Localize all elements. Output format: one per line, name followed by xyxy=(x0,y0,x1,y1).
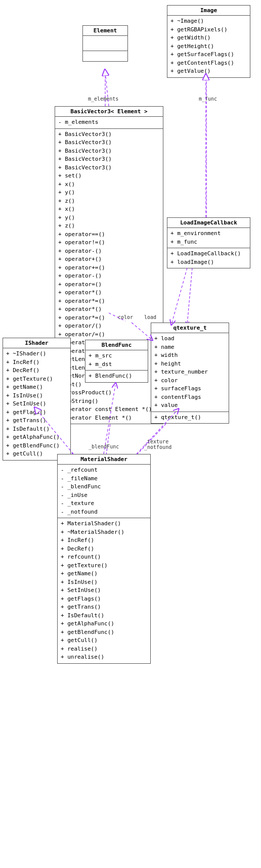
ishader-box: IShader + ~IShader() + IncRef() + DecRef… xyxy=(3,338,71,461)
blendfunc-methods: + BlendFunc() xyxy=(85,371,148,382)
loadimagecallback-box: LoadImageCallback + m_environment + m_fu… xyxy=(167,217,250,268)
blendfunc-box: BlendFunc + m_src + m_dst + BlendFunc() xyxy=(85,340,148,383)
label-m-elements: m_elements xyxy=(88,96,118,102)
svg-line-13 xyxy=(172,268,187,323)
svg-line-3 xyxy=(187,268,192,325)
blendfunc-title: BlendFunc xyxy=(85,340,148,350)
element-box: Element xyxy=(82,25,128,62)
qtexture-methods: + qtexture_t() xyxy=(151,412,229,424)
label-load: load xyxy=(144,314,156,320)
loadimagecallback-fields: + m_environment + m_func xyxy=(167,228,250,248)
basicvector3-title: BasicVector3< Element > xyxy=(55,107,163,117)
image-title: Image xyxy=(167,6,250,16)
label-m-func: m_func xyxy=(199,96,217,102)
materialshader-fields: - _refcount - _fileName - _blendFunc - _… xyxy=(58,465,150,518)
ishader-methods: + ~IShader() + IncRef() + DecRef() + get… xyxy=(3,348,70,460)
loadimagecallback-methods: + LoadImageCallback() + loadImage() xyxy=(167,248,250,268)
basicvector3-fields: - m_elements xyxy=(55,117,163,129)
label-color: color xyxy=(118,314,133,320)
materialshader-box: MaterialShader - _refcount - _fileName -… xyxy=(57,454,151,664)
image-box: Image + ~Image() + getRGBAPixels() + get… xyxy=(167,5,250,78)
loadimagecallback-title: LoadImageCallback xyxy=(167,218,250,228)
image-methods: + ~Image() + getRGBAPixels() + getWidth(… xyxy=(167,16,250,77)
blendfunc-fields: + m_src + m_dst xyxy=(85,350,148,371)
element-title: Element xyxy=(83,26,127,36)
qtexture-title: qtexture_t xyxy=(151,323,229,333)
qtexture-box: qtexture_t + load + name + width + heigh… xyxy=(151,323,229,424)
label-blendfunc: _blendFunc xyxy=(89,444,119,449)
diagram-container: Element Image + ~Image() + getRGBAPixels… xyxy=(0,0,261,868)
materialshader-title: MaterialShader xyxy=(58,454,150,465)
ishader-title: IShader xyxy=(3,338,70,348)
label-texture-notfound: _texture_notfound xyxy=(144,439,171,450)
materialshader-methods: + MaterialShader() + ~MaterialShader() +… xyxy=(58,518,150,663)
qtexture-fields: + load + name + width + height + texture… xyxy=(151,333,229,412)
